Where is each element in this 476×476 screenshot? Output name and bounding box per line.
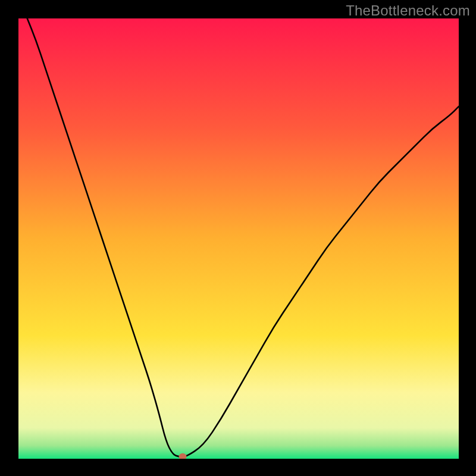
chart-container: TheBottleneck.com [0, 0, 476, 476]
chart-background [18, 18, 459, 459]
watermark-text: TheBottleneck.com [346, 2, 470, 19]
chart-svg [18, 18, 459, 459]
